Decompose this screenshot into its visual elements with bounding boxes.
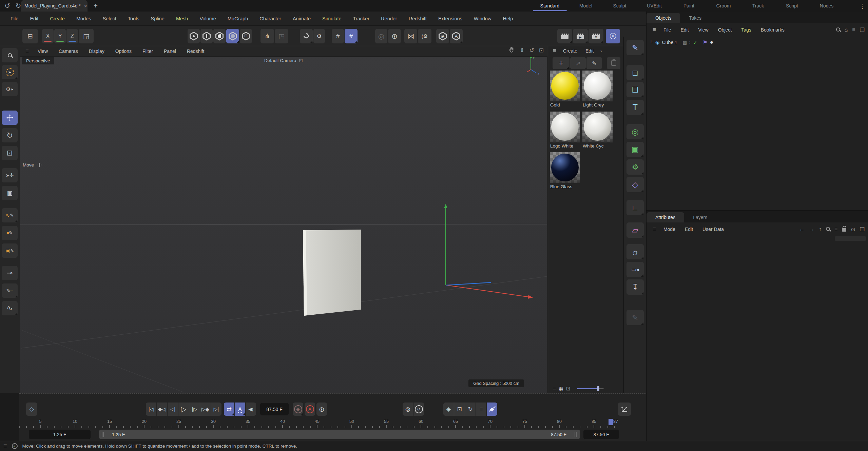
attributes-lock-icon[interactable]	[842, 226, 846, 233]
layout-tab-script[interactable]: Script	[775, 0, 809, 12]
attributes-back-icon[interactable]: ←	[799, 226, 805, 232]
layout-tab-standard[interactable]: Standard	[531, 0, 569, 12]
view-name-label[interactable]: Perspective	[22, 57, 54, 64]
commander-search-button[interactable]	[2, 48, 18, 62]
status-hamburger-icon[interactable]: ≡	[3, 443, 7, 450]
menu-file[interactable]: File	[5, 16, 24, 21]
objects-menu-file[interactable]: File	[659, 27, 676, 33]
menu-simulate[interactable]: Simulate	[316, 16, 347, 21]
apply-material-button[interactable]: ↗	[570, 57, 586, 69]
objects-menu-bookmarks[interactable]: Bookmarks	[756, 27, 789, 33]
goto-start-button[interactable]: |◁	[146, 403, 156, 416]
spline-pen-button[interactable]: ∿✎	[2, 208, 18, 222]
range-left-grip[interactable]	[102, 432, 104, 437]
render-settings-button[interactable]: ⚙	[589, 29, 603, 43]
layout-overflow-icon[interactable]: ⋮	[857, 2, 867, 11]
attributes-search-icon[interactable]	[826, 226, 830, 232]
material-picker-button[interactable]: ✎	[586, 57, 602, 69]
menu-tracker[interactable]: Tracker	[347, 16, 375, 21]
grid-button[interactable]: #	[332, 29, 344, 43]
polygons-mode-button[interactable]	[213, 29, 226, 43]
materials-menu-overflow-icon[interactable]: ›	[598, 48, 605, 54]
layout-tab-model[interactable]: Model	[569, 0, 603, 12]
material-gold[interactable]	[550, 71, 580, 101]
fcurve-editor-button[interactable]	[618, 403, 631, 416]
dolly-zoom-icon[interactable]: ⇕	[520, 47, 524, 54]
viewport-menu-panel[interactable]: Panel	[158, 48, 181, 54]
record-scale-toggle[interactable]: ⊡	[454, 403, 465, 416]
attributes-popout-icon[interactable]: ❐	[860, 226, 865, 233]
tab-attributes[interactable]: Attributes	[647, 212, 684, 222]
viewport-menu-options[interactable]: Options	[110, 48, 137, 54]
close-tab-icon[interactable]: ×	[84, 3, 87, 9]
attributes-menu-userdata[interactable]: User Data	[698, 227, 729, 232]
model-mode-button[interactable]	[226, 29, 239, 43]
auto-mode-button[interactable]: A	[450, 29, 463, 43]
coordinate-system-icon[interactable]: ◲	[79, 29, 94, 43]
delete-material-button[interactable]	[607, 57, 620, 69]
menu-extensions[interactable]: Extensions	[432, 16, 468, 21]
play-button[interactable]: ▷	[178, 403, 189, 416]
menu-select[interactable]: Select	[97, 16, 122, 21]
object-row-cube1[interactable]: └ ◈ Cube.1 ▨ ∶ ✓ ⚑ ●	[649, 37, 713, 47]
array-generator-button[interactable]: ▣	[626, 142, 644, 157]
layout-tab-sculpt[interactable]: Sculpt	[603, 0, 637, 12]
previous-key-button[interactable]: ◆◁	[157, 403, 167, 416]
camera-settings-icon[interactable]: ⊡	[299, 58, 303, 63]
knife-tool-button[interactable]: ✎┄	[2, 283, 18, 298]
attributes-menu-edit[interactable]: Edit	[680, 227, 698, 232]
record-parameter-toggle[interactable]: ≡	[476, 403, 486, 416]
attributes-filter-icon[interactable]: ≡	[834, 226, 837, 232]
material-logo-white[interactable]	[550, 112, 580, 142]
render-view-button[interactable]	[557, 29, 572, 43]
autokey-button[interactable]: A	[305, 403, 315, 416]
viewport-canvas[interactable]: z y Perspective Default Camera ⊡ Move Gr…	[20, 56, 547, 393]
environment-object-button[interactable]: ☼	[626, 244, 644, 259]
objects-search-icon[interactable]	[836, 27, 840, 33]
material-blue-glass[interactable]	[550, 152, 580, 183]
keyframe-selection-button[interactable]: ⊛	[316, 403, 327, 416]
viewport-menu-filter[interactable]: Filter	[137, 48, 158, 54]
edges-mode-button[interactable]	[200, 29, 213, 43]
pan-hand-icon[interactable]	[508, 47, 515, 54]
menu-volume[interactable]: Volume	[194, 16, 221, 21]
menu-tools[interactable]: Tools	[122, 16, 145, 21]
viewport-solo-button[interactable]: ◉	[436, 29, 449, 43]
menu-mesh[interactable]: Mesh	[170, 16, 194, 21]
lock-y-axis-button[interactable]: Y	[54, 29, 66, 43]
visibility-dots-toggle[interactable]: ∶	[689, 39, 691, 45]
menu-spline[interactable]: Spline	[145, 16, 170, 21]
objects-menu-edit[interactable]: Edit	[676, 27, 693, 33]
stage-object-button[interactable]: ↧	[626, 279, 644, 295]
range-end-field[interactable]: 87.50 F	[583, 430, 619, 439]
cube-object-icon[interactable]: ◈	[655, 39, 660, 46]
tweak-move-button[interactable]: ➤✛	[2, 168, 18, 182]
layout-tab-uvedit[interactable]: UVEdit	[637, 0, 672, 12]
range-start-field[interactable]: 1.25 F	[29, 430, 91, 439]
enabled-check-icon[interactable]: ✓	[693, 39, 697, 46]
previous-frame-button[interactable]: ◁|	[168, 403, 178, 416]
thumbnail-size-slider[interactable]	[577, 388, 604, 389]
snap-magnet-button[interactable]	[300, 29, 313, 43]
objects-home-icon[interactable]: ⌂	[845, 27, 848, 33]
lock-x-axis-button[interactable]: X	[42, 29, 54, 43]
record-keyframe-button[interactable]: ◆	[293, 403, 303, 416]
viewport-menu-display[interactable]: Display	[83, 48, 110, 54]
tool-settings-button[interactable]: ⚙➤	[2, 82, 18, 96]
layout-tab-paint[interactable]: Paint	[672, 0, 706, 12]
content-browser-button[interactable]: ⊟	[22, 29, 38, 43]
viewport-menu-view[interactable]: View	[32, 48, 53, 54]
record-rotation-toggle[interactable]: ↻	[465, 403, 476, 416]
editor-visibility-toggle[interactable]: ▨	[682, 40, 687, 45]
generator-button[interactable]: ⚙	[626, 159, 644, 175]
phong-tag-icon[interactable]: ⚑	[702, 39, 707, 46]
objects-popout-icon[interactable]: ❐	[860, 27, 865, 33]
layout-tab-groom[interactable]: Groom	[706, 0, 741, 12]
tab-objects[interactable]: Objects	[647, 13, 680, 23]
timeline-ruler[interactable]: 5 10 15 20 25 30 35 40 45 50 55 60 65 70…	[19, 419, 646, 429]
pen-spline-tool-button[interactable]: ✎	[626, 40, 644, 55]
play-mode-button[interactable]: A	[235, 403, 245, 416]
material-white-cyc[interactable]	[582, 112, 613, 142]
material-light-grey[interactable]	[582, 71, 613, 101]
arrange-objects-button[interactable]: ▣	[2, 186, 18, 200]
